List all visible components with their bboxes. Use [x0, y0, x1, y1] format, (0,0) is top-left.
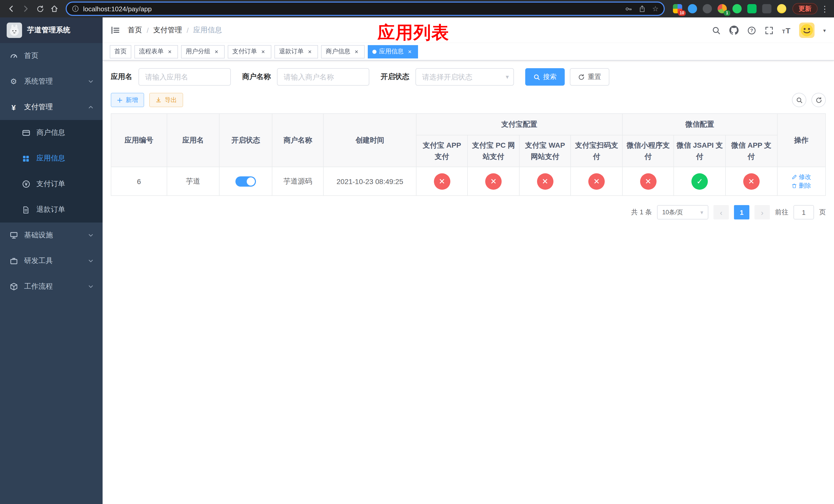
page-size-select[interactable]: 10条/页 ▾	[657, 205, 708, 220]
avatar-caret-icon[interactable]: ▾	[823, 27, 826, 33]
help-icon[interactable]: ?	[747, 26, 756, 35]
col-header-actions: 操作	[777, 114, 826, 167]
breadcrumb-home[interactable]: 首页	[128, 26, 142, 35]
tab-home[interactable]: 首页	[110, 45, 131, 58]
reset-button[interactable]: 重置	[570, 68, 609, 86]
search-button[interactable]: 搜索	[525, 68, 565, 86]
back-icon[interactable]	[4, 2, 19, 16]
avatar[interactable]	[799, 23, 814, 38]
grid-icon	[22, 154, 30, 163]
chevron-down-icon	[88, 79, 93, 84]
extension-palette-icon[interactable]: 10	[673, 4, 682, 13]
col-header-id: 应用编号	[111, 114, 167, 167]
close-icon[interactable]: ×	[166, 48, 173, 55]
toggle-search-icon[interactable]	[792, 93, 806, 107]
search-icon[interactable]	[712, 26, 720, 35]
export-button[interactable]: 导出	[149, 93, 183, 107]
extension-wechat-icon[interactable]	[747, 4, 756, 13]
bookmark-star-icon[interactable]: ☆	[652, 5, 659, 13]
cell-status	[220, 167, 272, 196]
sidebar-item-infrastructure[interactable]: 基础设施	[0, 223, 103, 248]
sidebar-item-refund-order[interactable]: 退款订单	[0, 197, 103, 223]
tab-refund-order[interactable]: 退款订单 ×	[275, 45, 318, 58]
chrome-update-button[interactable]: 更新	[792, 3, 818, 14]
extension-puzzle-icon[interactable]	[762, 4, 771, 13]
page-title: 应用列表	[377, 21, 449, 45]
password-key-icon[interactable]	[625, 5, 633, 13]
alipay-wap-disabled-icon: ✕	[537, 173, 553, 189]
collapse-sidebar-icon[interactable]	[111, 26, 120, 35]
github-icon[interactable]	[729, 26, 738, 35]
tab-user-group[interactable]: 用户分组 ×	[181, 45, 225, 58]
tab-label: 流程表单	[139, 47, 163, 56]
sidebar-item-payment[interactable]: ¥ 支付管理	[0, 94, 103, 120]
status-select-input[interactable]	[415, 68, 514, 86]
share-icon[interactable]	[639, 5, 646, 12]
status-select[interactable]: ▾	[415, 68, 514, 86]
reload-icon[interactable]	[33, 2, 47, 16]
screen: localhost:1024/pay/app ☆ 10 1	[0, 0, 834, 504]
sidebar: 芋道管理系统 首页 ⚙ 系统管理 ¥ 支付管理	[0, 18, 103, 504]
edit-button[interactable]: 修改	[792, 173, 811, 181]
pay-order-icon	[22, 180, 30, 188]
status-toggle[interactable]	[236, 176, 256, 186]
wx-app-disabled-icon: ✕	[743, 173, 760, 189]
breadcrumb: 首页 / 支付管理 / 应用信息	[128, 26, 222, 35]
delete-button[interactable]: 删除	[792, 181, 811, 190]
close-icon[interactable]: ×	[213, 48, 220, 55]
page-number-button[interactable]: 1	[734, 205, 749, 220]
browser-menu-icon[interactable]: ⋮	[820, 4, 830, 14]
goto-page-input[interactable]	[793, 205, 814, 220]
merchant-name-input[interactable]	[277, 68, 369, 86]
sidebar-item-app-info[interactable]: 应用信息	[0, 145, 103, 171]
add-button[interactable]: 新增	[111, 93, 144, 107]
forward-icon[interactable]	[19, 2, 33, 16]
breadcrumb-payment[interactable]: 支付管理	[153, 26, 182, 35]
sidebar-item-system[interactable]: ⚙ 系统管理	[0, 69, 103, 94]
extension-dark-icon[interactable]	[703, 4, 712, 13]
sidebar-item-label: 工作流程	[24, 282, 53, 291]
main-panel: 应用列表 首页 / 支付管理 / 应用信息	[103, 18, 834, 504]
extension-emoji-icon[interactable]	[777, 4, 786, 13]
fullscreen-icon[interactable]	[765, 26, 773, 35]
sidebar-item-merchant-info[interactable]: 商户信息	[0, 120, 103, 145]
site-info-icon[interactable]	[72, 5, 79, 12]
url-text: localhost:1024/pay/app	[83, 5, 621, 13]
sidebar-item-label: 商户信息	[37, 128, 65, 137]
extension-drop-icon[interactable]	[688, 4, 697, 13]
svg-text:?: ?	[750, 28, 753, 33]
refresh-table-icon[interactable]	[811, 93, 826, 107]
chevron-down-icon	[88, 284, 93, 289]
col-header-name: 应用名	[167, 114, 219, 167]
app-name-input[interactable]	[138, 68, 231, 86]
credit-card-icon	[22, 129, 30, 137]
extension-proxy-icon[interactable]: 1	[718, 4, 727, 13]
page-content: 应用名 商户名称 开启状态 ▾	[103, 61, 834, 504]
tab-merchant-info[interactable]: 商户信息 ×	[321, 45, 365, 58]
close-icon[interactable]: ×	[260, 48, 267, 55]
font-size-icon[interactable]: TT	[782, 26, 790, 34]
sidebar-item-home[interactable]: 首页	[0, 43, 103, 69]
extension-whatsapp-icon[interactable]	[732, 4, 742, 13]
tab-label: 退款订单	[279, 47, 304, 56]
home-icon[interactable]	[47, 2, 62, 16]
cell-name: 芋道	[167, 167, 219, 196]
search-form: 应用名 商户名称 开启状态 ▾	[111, 68, 826, 86]
prev-page-button[interactable]: ‹	[714, 205, 729, 220]
col-header-wx-lite: 微信小程序支付	[622, 135, 674, 167]
address-bar[interactable]: localhost:1024/pay/app ☆	[66, 2, 665, 16]
close-icon[interactable]: ×	[353, 48, 360, 55]
sidebar-item-pay-order[interactable]: 支付订单	[0, 171, 103, 197]
next-page-button[interactable]: ›	[754, 205, 770, 220]
tab-process-form[interactable]: 流程表单 ×	[134, 45, 178, 58]
status-label: 开启状态	[380, 72, 409, 82]
tab-pay-order[interactable]: 支付订单 ×	[228, 45, 271, 58]
close-icon[interactable]: ×	[406, 48, 413, 55]
wx-jsapi-enabled-icon: ✓	[692, 173, 708, 189]
sidebar-item-dev-tools[interactable]: 研发工具	[0, 248, 103, 274]
app-name-label: 应用名	[111, 72, 132, 82]
close-icon[interactable]: ×	[306, 48, 313, 55]
tab-app-info[interactable]: 应用信息 ×	[368, 45, 418, 58]
sidebar-item-workflow[interactable]: 工作流程	[0, 274, 103, 299]
extensions-area: 10 1	[673, 4, 786, 13]
